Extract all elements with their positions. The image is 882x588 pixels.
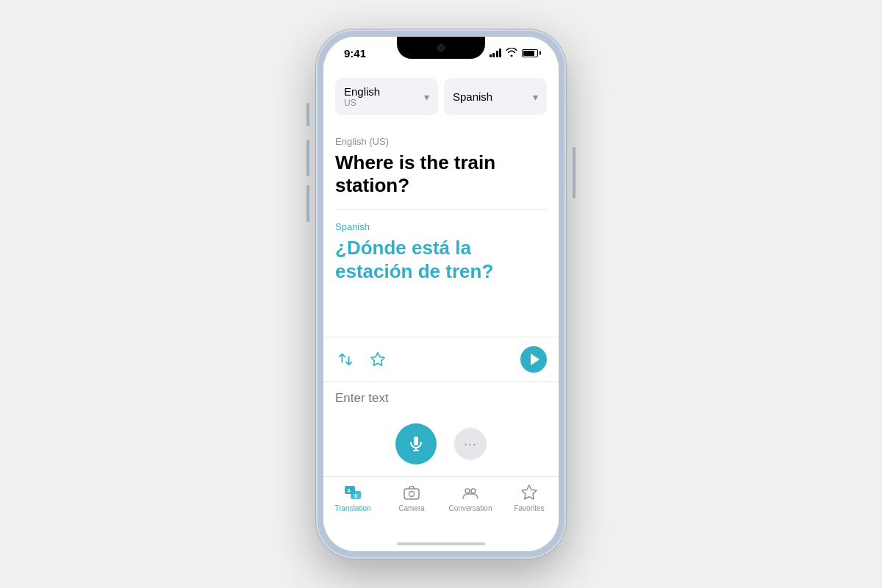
source-translation-text: Where is the train station? — [335, 151, 547, 197]
front-camera — [437, 44, 445, 51]
target-lang-text: Spanish — [453, 90, 492, 103]
target-lang-name: Spanish — [453, 90, 492, 103]
more-button[interactable]: ··· — [454, 428, 487, 460]
source-language-button[interactable]: English US ▾ — [335, 78, 438, 115]
phone-device: 9:41 — [316, 29, 566, 559]
app-content: English US ▾ Spanish ▾ English (US) — [323, 69, 559, 551]
favorite-button[interactable] — [368, 349, 388, 370]
swap-icon — [337, 351, 354, 368]
source-section: English (US) Where is the train station? — [335, 124, 547, 209]
tab-conversation[interactable]: Conversation — [441, 483, 500, 512]
svg-rect-8 — [404, 489, 419, 499]
translation-area: English (US) Where is the train station?… — [323, 124, 559, 337]
microphone-button[interactable] — [395, 423, 437, 465]
target-translation-text: ¿Dónde está la estación de tren? — [335, 237, 547, 282]
play-button[interactable] — [520, 346, 547, 373]
play-icon — [531, 354, 539, 365]
action-left-group — [335, 349, 388, 370]
svg-text:文: 文 — [354, 493, 358, 498]
target-language-label: Spanish — [335, 221, 547, 232]
more-icon: ··· — [464, 437, 477, 452]
favorites-tab-label: Favorites — [514, 504, 544, 512]
translation-tab-icon: A 文 — [343, 483, 362, 502]
volume-up-button[interactable] — [306, 140, 309, 176]
microphone-icon — [407, 435, 425, 453]
target-language-button[interactable]: Spanish ▾ — [444, 78, 547, 115]
conversation-tab-icon — [461, 483, 480, 502]
source-lang-name: English — [344, 85, 380, 98]
clock: 9:41 — [344, 47, 366, 60]
tab-favorites[interactable]: Favorites — [500, 483, 559, 512]
svg-point-9 — [409, 492, 415, 497]
home-bar — [397, 542, 485, 545]
camera-tab-icon — [402, 483, 421, 502]
input-area — [323, 381, 559, 415]
svg-point-10 — [465, 489, 470, 493]
battery-icon — [522, 49, 538, 57]
svg-text:A: A — [347, 488, 351, 493]
volume-down-button[interactable] — [306, 185, 309, 222]
conversation-tab-label: Conversation — [449, 504, 492, 512]
language-selector: English US ▾ Spanish ▾ — [323, 69, 559, 124]
svg-marker-12 — [522, 485, 537, 499]
tab-translation[interactable]: A 文 Translation — [323, 483, 382, 512]
action-bar — [323, 337, 559, 381]
wifi-icon — [506, 48, 517, 59]
source-language-label: English (US) — [335, 136, 547, 147]
camera-tab-label: Camera — [398, 504, 425, 512]
source-lang-region: US — [344, 98, 356, 108]
notch — [397, 37, 485, 59]
power-button[interactable] — [573, 147, 576, 198]
svg-marker-0 — [371, 353, 384, 365]
svg-point-11 — [471, 489, 476, 493]
bottom-controls: ··· — [323, 415, 559, 476]
mute-button[interactable] — [306, 103, 309, 126]
home-indicator[interactable] — [323, 537, 559, 551]
phone-screen: 9:41 — [323, 37, 559, 551]
signal-icon — [490, 49, 502, 57]
swap-button[interactable] — [335, 349, 356, 370]
favorites-tab-icon — [520, 483, 539, 502]
tab-camera[interactable]: Camera — [382, 483, 441, 512]
tab-bar: A 文 Translation — [323, 476, 559, 537]
star-icon — [370, 351, 386, 368]
source-lang-chevron: ▾ — [424, 91, 429, 103]
svg-rect-1 — [414, 437, 418, 445]
status-icons — [490, 48, 539, 59]
translation-tab-label: Translation — [334, 504, 370, 512]
text-input[interactable] — [335, 391, 547, 406]
target-lang-chevron: ▾ — [533, 91, 538, 103]
source-lang-text: English US — [344, 85, 380, 108]
target-section: Spanish ¿Dónde está la estación de tren? — [335, 209, 547, 294]
